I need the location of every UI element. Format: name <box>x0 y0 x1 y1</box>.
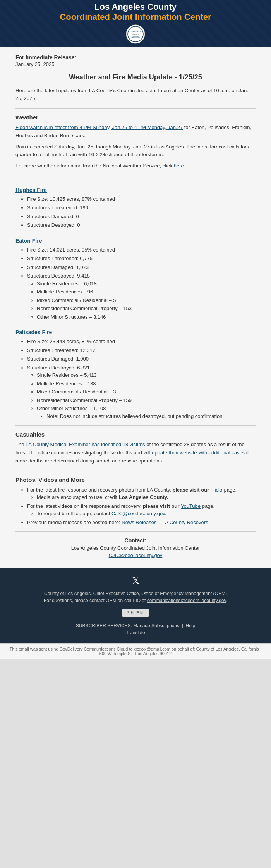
flood-watch-text: Flood watch is in effect from 4 PM Sunda… <box>15 124 256 140</box>
list-item: Media are encouraged to use; credit Los … <box>37 494 256 501</box>
subscriber-row: SUBSCRIBER SERVICES: Manage Subscription… <box>15 623 256 628</box>
list-item: Structures Destroyed: 6,821 Single Resid… <box>27 364 256 420</box>
share-label: SHARE <box>131 610 146 615</box>
divider-3 <box>15 425 256 426</box>
hughes-fire-link[interactable]: Hughes Fire <box>15 187 47 193</box>
county-seal: LOS ANGELES COUNTY CALIFORNIA <box>126 24 145 44</box>
article-title: Weather and Fire Media Update - 1/25/25 <box>15 73 256 81</box>
list-item: Note: Does not include structures believ… <box>46 412 256 420</box>
header-title-main: Los Angeles County <box>60 2 211 12</box>
broll-email-link[interactable]: CJIC@ceo.lacounty.gov <box>111 511 165 516</box>
subscriber-label: SUBSCRIBER SERVICES: <box>76 623 132 628</box>
oem-email-link[interactable]: communications@ceoem.lacounty.gov <box>147 598 226 603</box>
contact-org: Los Angeles County Coordinated Joint Inf… <box>15 545 256 551</box>
list-item: Structures Threatened: 190 <box>27 204 256 212</box>
list-item: Mixed Commercial / Residential – 5 <box>37 297 256 304</box>
news-releases-link[interactable]: News Releases – LA County Recovers <box>122 519 208 525</box>
casualties-heading: Casualties <box>15 431 256 438</box>
list-item: Structures Damaged: 1,073 <box>27 264 256 271</box>
update-link[interactable]: update their website with additional cas… <box>152 450 245 456</box>
casualties-text: The LA County Medical Examiner has ident… <box>15 441 256 465</box>
footer-org-text: County of Los Angeles, Chief Executive O… <box>15 590 256 604</box>
hughes-fire-stats: Fire Size: 10,425 acres, 87% contained S… <box>27 195 256 229</box>
list-item: Structures Damaged: 0 <box>27 213 256 221</box>
email-wrapper: Los Angeles County Coordinated Joint Inf… <box>0 0 271 659</box>
list-item: Structures Threatened: 6,775 <box>27 255 256 262</box>
list-item: Fire Size: 10,425 acres, 87% contained <box>27 195 256 203</box>
list-item: For the latest videos on fire response a… <box>27 502 256 518</box>
photos-heading: Photos, Videos and More <box>15 476 256 483</box>
palisades-destroyed-breakdown: Single Residences – 5,413 Multiple Resid… <box>37 371 256 420</box>
translate-row: Translate <box>15 630 256 635</box>
photos-list: For the latest fire response and recover… <box>27 486 256 526</box>
list-item: Single Residences – 6,018 <box>37 280 256 288</box>
manage-subscriptions-link[interactable]: Manage Subscriptions <box>133 623 179 628</box>
list-item: Structures Damaged: 1,000 <box>27 355 256 363</box>
contact-heading: Contact: <box>15 537 256 544</box>
divider-1 <box>15 108 256 109</box>
bottom-footer: This email was sent using GovDelivery Co… <box>0 643 271 659</box>
list-item: Multiple Residences – 96 <box>37 288 256 296</box>
list-item: To request b-roll footage, contact CJIC@… <box>37 510 256 518</box>
list-item: Previous media releases are posted here:… <box>27 519 256 526</box>
list-item: For the latest fire response and recover… <box>27 486 256 501</box>
list-item: Fire Size: 23,448 acres, 81% contained <box>27 338 256 345</box>
immediate-release-label: For Immediate Release: <box>15 54 256 60</box>
contact-email-link[interactable]: CJIC@ceo.lacounty.gov <box>109 552 163 558</box>
share-button[interactable]: ↗SHARE <box>122 609 149 617</box>
eaton-destroyed-breakdown: Single Residences – 6,018 Multiple Resid… <box>37 280 256 321</box>
eaton-fire-stats: Fire Size: 14,021 acres, 95% contained S… <box>27 246 256 321</box>
palisades-fire-stats: Fire Size: 23,448 acres, 81% contained S… <box>27 338 256 420</box>
header-title-sub: Coordinated Joint Information Center <box>60 12 211 22</box>
examiner-link[interactable]: LA County Medical Examiner has identifie… <box>26 442 145 447</box>
flickr-link[interactable]: Flickr <box>211 487 223 493</box>
list-item: Nonresidential Commerical Property – 153 <box>37 305 256 312</box>
nws-text: For more weather information from the Na… <box>15 162 256 170</box>
list-item: Nonresidential Commerical Property – 159 <box>37 397 256 404</box>
main-content: For Immediate Release: January 25, 2025 … <box>0 47 271 568</box>
svg-text:CALIFORNIA: CALIFORNIA <box>131 36 140 38</box>
bottom-footer-text: This email was sent using GovDelivery Co… <box>10 647 262 656</box>
list-item: Fire Size: 14,021 acres, 95% contained <box>27 246 256 254</box>
eaton-fire-link[interactable]: Eaton Fire <box>15 238 42 244</box>
divider-4 <box>15 471 256 471</box>
svg-text:COUNTY: COUNTY <box>132 33 139 35</box>
palisades-fire-link[interactable]: Palisades Fire <box>15 329 52 335</box>
list-item: Structures Destroyed: 9,418 Single Resid… <box>27 272 256 321</box>
header-content: Los Angeles County Coordinated Joint Inf… <box>60 2 211 45</box>
contact-email: CJIC@ceo.lacounty.gov <box>15 552 256 558</box>
twitter-icon: 𝕏 <box>15 575 256 586</box>
list-item: Structures Destroyed: 0 <box>27 221 256 229</box>
share-icon: ↗ <box>126 610 129 615</box>
flood-watch-link[interactable]: Flood watch is in effect from 4 PM Sunda… <box>15 124 183 130</box>
palisades-note: Note: Does not include structures believ… <box>46 412 256 420</box>
help-link[interactable]: Help <box>186 623 196 628</box>
list-item: Other Minor Structures – 1,108 Note: Doe… <box>37 405 256 420</box>
divider-5 <box>15 531 256 532</box>
weather-heading: Weather <box>15 114 256 121</box>
list-item: Structures Threatened: 12,317 <box>27 347 256 354</box>
nws-link[interactable]: here <box>174 163 184 169</box>
list-item: Other Minor Structures – 3,146 <box>37 313 256 321</box>
list-item: Single Residences – 5,413 <box>37 371 256 379</box>
list-item: Mixed Commercial / Residential – 3 <box>37 388 256 396</box>
intro-text: Here are the latest updates from LA Coun… <box>15 87 256 102</box>
svg-text:LOS ANGELES: LOS ANGELES <box>129 30 142 33</box>
header: Los Angeles County Coordinated Joint Inf… <box>0 0 271 47</box>
rain-text: Rain is expected Saturday, Jan. 25, thou… <box>15 143 256 159</box>
footer-dark: 𝕏 County of Los Angeles, Chief Executive… <box>0 568 271 643</box>
list-item: Multiple Residences – 138 <box>37 380 256 388</box>
contact-section: Contact: Los Angeles County Coordinated … <box>15 537 256 558</box>
release-date: January 25, 2025 <box>15 61 256 67</box>
translate-link[interactable]: Translate <box>126 630 145 635</box>
divider-2 <box>15 176 256 176</box>
youtube-link[interactable]: YouTube <box>181 503 201 509</box>
